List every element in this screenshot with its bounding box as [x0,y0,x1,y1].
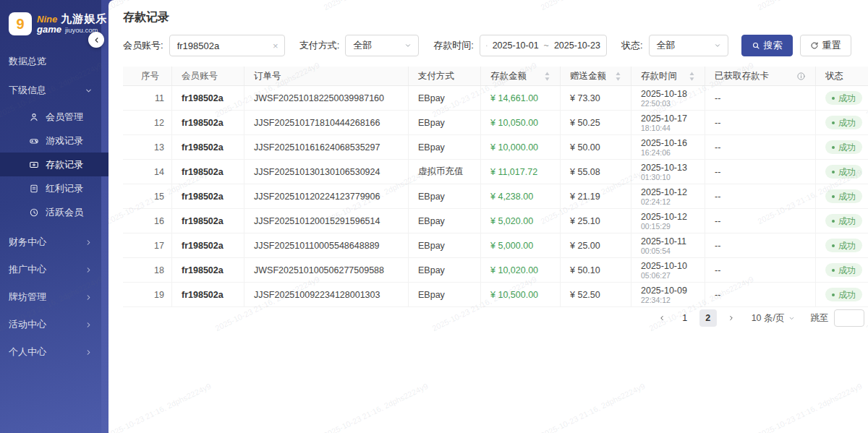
refresh-icon [810,41,819,50]
cell-deposit-time: 2025-10-16 16:24:06 [631,135,705,159]
table-row: 16 fr198502a JJSF202510120015291596514 E… [123,209,868,233]
sidebar-item-archway-management[interactable]: 牌坊管理 [0,283,101,311]
cell-bonus-amount: ¥ 50.10 [561,258,631,282]
cell-payment-method: 虚拟币充值 [409,160,481,184]
col-account: 会员账号 [172,67,244,85]
reset-button[interactable]: 重置 [800,35,851,56]
cell-deposit-amount: ¥ 5,020.00 [481,209,561,233]
cell-bonus-amount: ¥ 55.08 [561,160,631,184]
payment-select[interactable]: 全部 [345,35,419,56]
page-button-2-active[interactable]: 2 [699,309,717,327]
next-page-button[interactable] [723,309,740,327]
cell-index: 12 [123,111,172,134]
gamepad-icon [29,136,39,146]
page-button-1[interactable]: 1 [676,309,694,327]
col-deposit-amount: 存款金额 [481,67,561,85]
cell-deposit-time: 2025-10-13 01:30:10 [631,160,705,184]
table-header-row: 序号 会员账号 订单号 支付方式 存款金额 赠送金额 存款时间 已获取存款卡 状… [123,67,868,86]
search-button[interactable]: 搜索 [741,35,793,56]
date-start[interactable]: 2025-10-01 [493,40,539,51]
cell-deposit-time: 2025-10-12 02:24:12 [631,184,705,208]
table-row: 19 fr198502a JJSF202510092234128001303 E… [123,283,868,307]
cell-deposit-card: -- [705,135,816,159]
cell-account: fr198502a [172,160,244,184]
col-payment-method: 支付方式 [409,67,481,85]
cell-account: fr198502a [172,184,244,208]
chevron-right-icon [85,348,93,356]
sidebar-item-active-members[interactable]: 活跃会员 [0,200,101,224]
sidebar-collapse-button[interactable] [88,32,104,48]
search-icon [752,41,760,50]
cell-index: 17 [123,233,172,257]
status-select[interactable]: 全部 [649,35,728,56]
cell-account: fr198502a [172,111,244,134]
chevron-down-icon [404,42,412,49]
table-row: 14 fr198502a JJSF202510130130106530924 虚… [123,160,868,184]
jump-label: 跳至 [811,312,829,325]
cell-bonus-amount: ¥ 25.10 [561,209,631,233]
cell-bonus-amount: ¥ 25.00 [561,233,631,257]
date-end[interactable]: 2025-10-23 [554,40,600,51]
sidebar-item-bonus-records[interactable]: 红利记录 [0,176,101,200]
sidebar-item-finance-center[interactable]: 财务中心 [0,228,101,256]
date-range-picker[interactable]: 2025-10-01 ~ 2025-10-23 [480,35,607,56]
cell-deposit-card: -- [705,111,816,134]
sidebar-item-game-records[interactable]: 游戏记录 [0,129,101,153]
info-icon[interactable] [796,72,806,81]
sidebar-item-promotion-center[interactable]: 推广中心 [0,256,101,283]
cell-account: fr198502a [172,233,244,257]
cell-deposit-time: 2025-10-18 22:50:03 [631,86,705,110]
cell-index: 19 [123,283,172,306]
payment-label: 支付方式: [299,39,340,52]
page-size-select[interactable]: 10 条/页 [752,309,795,327]
account-input-box: × [169,35,285,56]
cell-deposit-time: 2025-10-09 22:34:12 [631,283,705,306]
col-order-no: 订单号 [244,67,409,85]
sidebar-item-personal-center[interactable]: 个人中心 [0,338,101,366]
sidebar-item-member-management[interactable]: 会员管理 [0,105,101,129]
chevron-right-icon [85,293,93,301]
cell-deposit-time: 2025-10-10 05:06:27 [631,258,705,282]
cell-payment-method: EBpay [409,233,481,257]
brand-line1: Nine [37,14,57,25]
sidebar-group-subordinate-info[interactable]: 下级信息 [0,76,101,105]
cell-deposit-card: -- [705,160,816,184]
pagination: 1 2 10 条/页 跳至 页 [653,309,868,327]
status-badge: 成功 [825,239,862,252]
cell-deposit-amount: ¥ 10,050.00 [481,111,561,134]
jump-page-input[interactable] [834,309,864,327]
sort-icon[interactable] [689,72,695,81]
cell-deposit-time: 2025-10-12 00:15:29 [631,209,705,233]
cell-deposit-amount: ¥ 11,017.72 [481,160,561,184]
table-row: 18 fr198502a JWSF202510100506277509588 E… [123,258,868,283]
chevron-down-icon [85,87,93,95]
cell-index: 13 [123,135,172,159]
sidebar-item-deposit-records[interactable]: 存款记录 [0,153,116,176]
status-badge: 成功 [825,263,862,277]
document-icon [29,184,39,194]
filter-bar: 会员账号: × 支付方式: 全部 存款时间: 2025-10-01 ~ 2025… [123,35,868,56]
cell-account: fr198502a [172,209,244,233]
cell-deposit-time: 2025-10-17 18:10:44 [631,111,705,134]
cell-order-no: JJSF202510161624068535297 [244,135,409,159]
prev-page-button[interactable] [653,309,671,327]
table-row: 17 fr198502a JJSF202510110005548648889 E… [123,233,868,258]
col-deposit-time: 存款时间 [631,67,705,85]
cell-deposit-card: -- [705,184,816,208]
cell-deposit-amount: ¥ 10,000.00 [481,135,561,159]
sidebar-item-overview[interactable]: 数据总览 [0,47,101,76]
status-label: 状态: [621,39,643,52]
col-status: 状态 [816,67,868,85]
sort-icon[interactable] [544,72,550,81]
cell-status: 成功 [816,111,868,134]
cell-status: 成功 [816,209,868,233]
status-badge: 成功 [825,165,862,179]
sidebar-item-activity-center[interactable]: 活动中心 [0,311,101,338]
status-badge: 成功 [825,214,862,228]
clear-icon[interactable]: × [267,40,284,51]
sidebar: 9 Nine 九游娱乐 game jiuyou.com 数据总览 下级信息 会员… [0,0,116,433]
sort-icon[interactable] [615,72,621,81]
account-input[interactable] [170,40,267,51]
user-icon [29,112,39,122]
logo-icon: 9 [9,12,32,35]
